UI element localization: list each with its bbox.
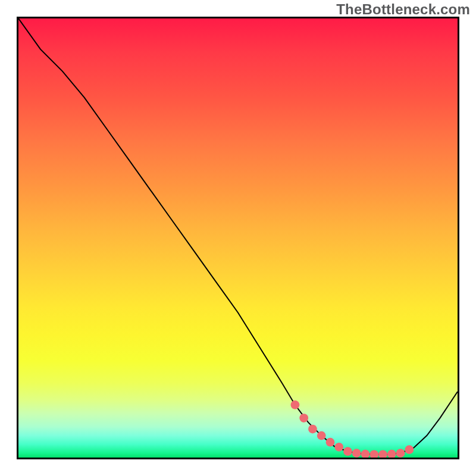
optimal-dot: [405, 445, 414, 454]
optimal-zone-dots: [291, 400, 414, 458]
optimal-dot: [369, 450, 378, 458]
chart-svg: [18, 18, 458, 458]
optimal-dot: [334, 443, 343, 452]
optimal-dot: [291, 400, 300, 409]
optimal-dot: [308, 425, 317, 434]
optimal-dot: [326, 438, 335, 447]
watermark-text: TheBottleneck.com: [336, 1, 470, 18]
optimal-dot: [361, 450, 370, 458]
chart-frame: TheBottleneck.com: [0, 0, 476, 476]
optimal-dot: [396, 449, 405, 458]
optimal-dot: [387, 450, 396, 458]
optimal-dot: [378, 450, 387, 458]
optimal-dot: [317, 431, 326, 440]
bottleneck-curve: [18, 18, 458, 455]
plot-area: [17, 17, 459, 459]
optimal-dot: [299, 414, 308, 422]
optimal-dot: [352, 449, 361, 458]
optimal-dot: [343, 447, 352, 456]
